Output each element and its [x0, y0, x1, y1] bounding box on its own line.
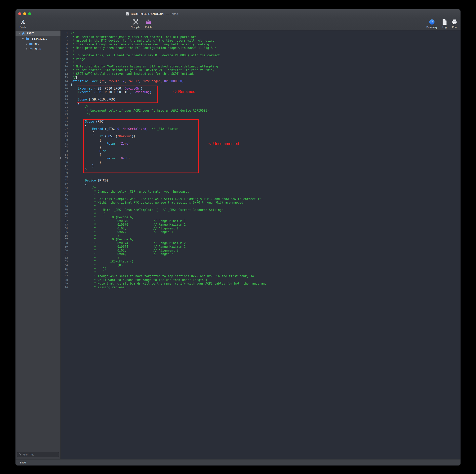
print-button[interactable]: Print — [452, 18, 458, 29]
code-line: 59 * 0x0074, // Range Maximum 2 — [61, 245, 460, 249]
code-line: 25 Scope (RTC) — [61, 120, 460, 124]
print-label: Print — [452, 26, 458, 29]
sidebar-item-rtc0[interactable]: RTC0 — [16, 46, 61, 51]
sidebar-item-label: RTC0 — [34, 47, 41, 51]
code-line: 35 Return (0x0F) — [61, 157, 460, 160]
traffic-lights — [18, 9, 31, 18]
compile-tools-icon — [132, 18, 139, 25]
code-line: 28 { — [61, 131, 460, 135]
code-line: 17 External (_SB_.PCI0.LPC0.RTC_, Device… — [61, 90, 460, 94]
code-line: 55 * 0x02, // Length 1 — [61, 230, 460, 234]
log-button[interactable]: Log — [442, 18, 447, 29]
code-line: 49 * Name (_CRS, ResourceTemplate () // … — [61, 208, 460, 212]
code-line: 1/* — [61, 32, 460, 35]
fonts-label: Fonts — [19, 26, 26, 29]
status-bar: SSDT — [16, 459, 460, 465]
code-line: 31 Return (Zero) — [61, 142, 460, 146]
code-line: 36 } — [61, 160, 460, 164]
code-line: 14DefinitionBlock ("", "SSDT", 2, "ACDT"… — [61, 79, 460, 83]
titlebar: SSDT-RTC0-RANGE.dsl — Edited — [16, 9, 460, 18]
code-line: 45 * — [61, 193, 460, 197]
disclosure-triangle-icon[interactable] — [18, 33, 20, 35]
code-line: 9 * — [61, 61, 460, 65]
code-line: 40 — [61, 175, 460, 179]
code-line: 20 { — [61, 102, 460, 105]
code-line: 15{ — [61, 83, 460, 87]
code-line: 38 } — [61, 168, 460, 171]
code-line: 57 * IO (Decode16, — [61, 237, 460, 241]
compile-label: Compile — [131, 26, 140, 29]
code-line: 16 External (_SB_.PCI0.LPC0, DeviceObj) — [61, 87, 460, 91]
printer-icon — [452, 18, 458, 25]
code-line: 60 * 0x01, // Alignment 2 — [61, 249, 460, 253]
code-line: 29 If (_OSI ("Darwin")) — [61, 135, 460, 138]
document-proxy-icon — [126, 12, 129, 16]
sidebar-item-label: SSDT — [26, 32, 34, 35]
filter-tree-field[interactable] — [17, 452, 59, 457]
code-line: 7 * To resolve this, we'll want to creat… — [61, 53, 460, 57]
desktop-background: SSDT-RTC0-RANGE.dsl — Edited A Fonts — [0, 0, 476, 474]
code-line: 44 * Change the below _CSR range to matc… — [61, 190, 460, 194]
code-line: 66 * — [61, 271, 460, 275]
compile-button[interactable]: Compile — [131, 18, 140, 29]
code-line: 65 * }) — [61, 267, 460, 271]
code-line: 12 * SSDT-AWAC should be removed and ins… — [61, 72, 460, 76]
code-line: 10 * Note that due to AWAC systems havin… — [61, 65, 460, 68]
zoom-button[interactable] — [28, 12, 31, 15]
code-line: 69 * Note that not all boards will be th… — [61, 282, 460, 286]
patch-label: Patch — [145, 26, 152, 29]
code-line: 48 * — [61, 204, 460, 208]
edited-badge: — Edited — [166, 12, 178, 16]
code-line: 18 — [61, 94, 460, 98]
code-line: 34 { — [61, 153, 460, 157]
code-line: 43 /* — [61, 186, 460, 190]
minimize-button[interactable] — [23, 12, 26, 15]
log-label: Log — [442, 26, 447, 29]
sidebar-item-rtc[interactable]: RTC — [16, 41, 61, 46]
disclosure-triangle-icon[interactable] — [26, 43, 28, 45]
code-line: 62 * ) — [61, 256, 460, 260]
code-line: 4 * this issue though in extreme circums… — [61, 43, 460, 46]
sidebar-item-label: _SB.PCI0.L... — [30, 37, 47, 40]
house-icon — [22, 32, 25, 35]
code-line: 37 } — [61, 164, 460, 168]
code-line: 51 * IO (Decode16, — [61, 216, 460, 219]
code-line: 2 * On certain motherboards(mainly Asus … — [61, 35, 460, 39]
disclosure-triangle-icon[interactable] — [22, 38, 24, 40]
code-line: 30 { — [61, 138, 460, 142]
code-line: 41 Device (RTC0) — [61, 179, 460, 183]
sidebar-item-ssdt[interactable]: SSDT — [16, 31, 61, 36]
code-line: 8 * range. — [61, 57, 460, 61]
pane-splitter-handle[interactable] — [60, 157, 61, 159]
code-line: 6 * — [61, 50, 460, 54]
code-line: 64 * {8} — [61, 263, 460, 267]
code-line: 42 { — [61, 183, 460, 186]
patch-button[interactable]: Patch — [145, 18, 152, 29]
device-icon — [29, 47, 33, 51]
sidebar-item-sb-pci0[interactable]: _SB.PCI0.L... — [16, 36, 61, 41]
code-line: 54 * 0x01, // Alignment 1 — [61, 227, 460, 230]
code-line: 56 * ) — [61, 234, 460, 238]
summary-label: Summary — [426, 26, 437, 29]
code-line: 24 — [61, 116, 460, 120]
code-editor[interactable]: 1/*2 * On certain motherboards(mainly As… — [61, 31, 460, 459]
code-line: 39 — [61, 171, 460, 175]
toolbar: A Fonts — [16, 18, 460, 31]
text-caret — [76, 76, 77, 79]
search-icon — [19, 453, 21, 456]
code-line: 13 */ — [61, 76, 460, 79]
code-line: 32 } — [61, 146, 460, 150]
summary-button[interactable]: i Summary — [426, 18, 437, 29]
fonts-button[interactable]: A Fonts — [19, 18, 26, 29]
code-line: 19 Scope (_SB.PCI0.LPC0) — [61, 98, 460, 102]
code-line: 70 * missing regions. — [61, 286, 460, 289]
code-line: 67 * Though Asus seems to have forgotten… — [61, 274, 460, 278]
close-button[interactable] — [18, 12, 21, 15]
disclosure-triangle-icon[interactable] — [26, 48, 28, 50]
code-line: 11 * to set another _STA method in your … — [61, 68, 460, 72]
fonts-icon: A — [21, 19, 25, 25]
filter-tree-input[interactable] — [22, 453, 57, 456]
code-line: 33 Else — [61, 149, 460, 153]
folder-icon — [25, 37, 29, 40]
code-line: 21 /* — [61, 105, 460, 109]
